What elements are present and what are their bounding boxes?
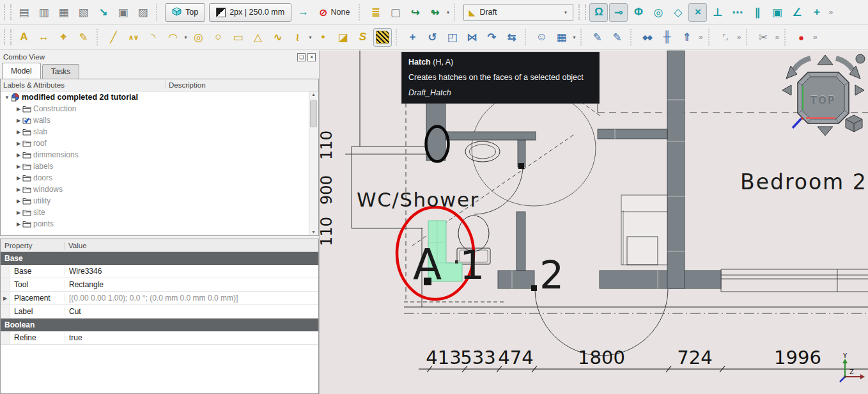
- autogroup-button[interactable]: ⊘None: [314, 4, 354, 21]
- draft-arc-icon[interactable]: ◠: [164, 28, 182, 47]
- tree-item-windows[interactable]: ▶windows: [1, 184, 318, 195]
- tree-item-dimmensions[interactable]: ▶dimmensions: [1, 149, 318, 161]
- expand-arrow-icon[interactable]: ▶: [15, 210, 22, 216]
- property-group-boolean[interactable]: Boolean: [1, 319, 318, 331]
- navcube-left-arrow[interactable]: [782, 85, 791, 95]
- expand-arrow-icon[interactable]: ▶: [15, 164, 22, 169]
- tree-header-labels[interactable]: Labels & Attributes: [1, 81, 166, 89]
- draft-clone-icon[interactable]: ☺: [532, 28, 551, 47]
- snap-angle-icon[interactable]: ∠: [787, 3, 806, 22]
- property-row-tool[interactable]: ToolRectangle: [1, 278, 318, 292]
- navcube-right-arrow[interactable]: [855, 85, 864, 95]
- draft-to-sketch-icon[interactable]: ✎: [588, 28, 607, 47]
- tree-item-walls[interactable]: ▶walls: [1, 114, 318, 126]
- draft-rotate-icon[interactable]: ↺: [423, 28, 442, 47]
- snap-lock-icon[interactable]: Ω: [589, 3, 608, 22]
- export-link-dropdown-icon[interactable]: ▾: [445, 10, 451, 15]
- tree-item-points[interactable]: ▶points: [1, 218, 318, 230]
- snap-perpendicular-icon[interactable]: ⊥: [708, 3, 727, 22]
- draft-bspline-icon[interactable]: ∿: [268, 28, 287, 47]
- property-value[interactable]: Wire3346: [65, 267, 318, 276]
- tab-tasks[interactable]: Tasks: [42, 64, 80, 79]
- add-to-group-icon[interactable]: ▣: [114, 3, 132, 22]
- draft-offset-icon[interactable]: ↷: [483, 28, 501, 47]
- draft-shapestring-icon[interactable]: S: [353, 28, 372, 47]
- tree-item-roof[interactable]: ▶roof: [1, 138, 318, 149]
- collapse-arrow-icon[interactable]: ▼: [3, 95, 11, 100]
- workbench-selector[interactable]: ◣Draft▾: [463, 4, 573, 21]
- draft-label-icon[interactable]: ⌖: [54, 28, 73, 47]
- draft-array-icon[interactable]: ▦: [552, 28, 571, 47]
- draft-join-icon[interactable]: ◆◆: [638, 28, 656, 47]
- annotation-style-editor-icon[interactable]: ✎: [74, 28, 93, 47]
- property-row-placement[interactable]: ▶Placement[(0.00 0.00 1.00); 0.0 °; (0.0…: [1, 292, 318, 305]
- expand-arrow-icon[interactable]: ▶: [1, 292, 10, 304]
- draft-circle-icon[interactable]: ◎: [189, 28, 208, 47]
- draft-fillet-icon[interactable]: ◝: [144, 28, 162, 47]
- expand-arrow-icon[interactable]: ▶: [15, 106, 22, 112]
- expand-arrow-icon[interactable]: ▶: [15, 141, 22, 146]
- navcube-top-face[interactable]: TOP TOP: [798, 72, 849, 123]
- expand-arrow-icon[interactable]: ▶: [15, 198, 22, 204]
- scroll-up-icon[interactable]: ▲: [309, 92, 318, 97]
- expand-arrow-icon[interactable]: ▶: [15, 187, 22, 193]
- tree-item-site[interactable]: ▶site: [1, 207, 318, 218]
- navcube-rotate-left-icon[interactable]: [794, 58, 810, 70]
- snap-center-icon[interactable]: ◎: [649, 3, 667, 22]
- layers-icon[interactable]: ▤: [15, 3, 33, 22]
- draft-facebinder-icon[interactable]: ◪: [334, 28, 352, 47]
- draft-polyline-icon[interactable]: ∧∨: [124, 28, 143, 47]
- draft-dimension-icon[interactable]: ↔: [35, 28, 53, 47]
- draft-mirror-icon[interactable]: ⋈: [463, 28, 481, 47]
- property-row-base[interactable]: BaseWire3346: [1, 265, 318, 278]
- property-value[interactable]: true: [65, 333, 318, 342]
- snap-parallel-icon[interactable]: ∥: [748, 3, 766, 22]
- add-to-layer-icon[interactable]: ▦: [54, 3, 73, 22]
- import-link-icon[interactable]: ↪: [406, 3, 424, 22]
- value-column-header[interactable]: Value: [65, 242, 318, 249]
- draft-move-icon[interactable]: +: [403, 28, 422, 47]
- box-element-selection-icon[interactable]: ⌜⌟: [716, 28, 734, 47]
- draft-bezier-icon[interactable]: ≀: [288, 28, 307, 47]
- expand-arrow-icon[interactable]: ▶: [15, 221, 22, 227]
- draft-split-icon[interactable]: ╫: [658, 28, 676, 47]
- draft-scale-icon[interactable]: ◰: [443, 28, 461, 47]
- panel-float-icon[interactable]: ❏: [297, 53, 306, 61]
- arch-component-icon[interactable]: ≣: [366, 3, 385, 22]
- tree-root-document[interactable]: ▼modified completed 2d tutorial: [1, 91, 318, 103]
- property-value[interactable]: Rectangle: [65, 280, 318, 289]
- draft-ellipse-icon[interactable]: ○: [209, 28, 228, 47]
- expand-arrow-icon[interactable]: ▶: [15, 129, 22, 135]
- tab-model[interactable]: Model: [2, 63, 41, 79]
- property-value[interactable]: [(0.00 0.00 1.00); 0.0 °; (0.0 mm 0.0 mm…: [65, 294, 318, 303]
- navcube-up-arrow[interactable]: [818, 55, 833, 65]
- snap-grid-icon[interactable]: +: [807, 3, 826, 22]
- tree-item-construction[interactable]: ▶Construction: [1, 103, 318, 114]
- draft-upgrade-icon[interactable]: ⇑: [678, 28, 696, 47]
- draft-polygon-icon[interactable]: △: [249, 28, 267, 47]
- navcube-sphere-icon[interactable]: [856, 54, 865, 63]
- snap-endpoint-icon[interactable]: ⊸: [609, 3, 628, 22]
- scrollbar-thumb[interactable]: [310, 100, 317, 127]
- working-plane-proxy-icon[interactable]: ▨: [134, 3, 152, 22]
- draft-rectangle-icon[interactable]: ▭: [229, 28, 247, 47]
- navigation-cube[interactable]: TOP TOP: [779, 52, 868, 139]
- group-folder-icon[interactable]: ▢: [386, 3, 405, 22]
- property-row-refine[interactable]: Refinetrue: [1, 331, 318, 345]
- expand-arrow-icon[interactable]: ▶: [15, 175, 22, 181]
- select-layer-contents-icon[interactable]: ▧: [74, 3, 93, 22]
- toolbar-overflow-icon[interactable]: »: [737, 33, 741, 42]
- tree-header-description[interactable]: Description: [166, 81, 318, 89]
- 3d-viewport[interactable]: WC/Shower Bedroom 2 A 1 2 413 533 474 18…: [320, 51, 868, 394]
- tree-item-labels[interactable]: ▶labels: [1, 161, 318, 172]
- navcube-rotate-right-icon[interactable]: [836, 58, 853, 70]
- draft-hatch-icon[interactable]: [373, 28, 392, 47]
- add-to-construction-group-icon[interactable]: ↘: [94, 3, 112, 22]
- property-column-header[interactable]: Property: [1, 242, 65, 249]
- draft-bezier-dropdown-icon[interactable]: ▾: [307, 35, 313, 40]
- macro-record-icon[interactable]: ●: [792, 28, 810, 47]
- snap-special-icon[interactable]: ◇: [669, 3, 687, 22]
- toolbar-overflow-icon[interactable]: »: [775, 33, 779, 42]
- draft-subelement-edit-icon[interactable]: ✎: [608, 28, 626, 47]
- line-style-button[interactable]: 2px | 250.0 mm: [209, 3, 291, 22]
